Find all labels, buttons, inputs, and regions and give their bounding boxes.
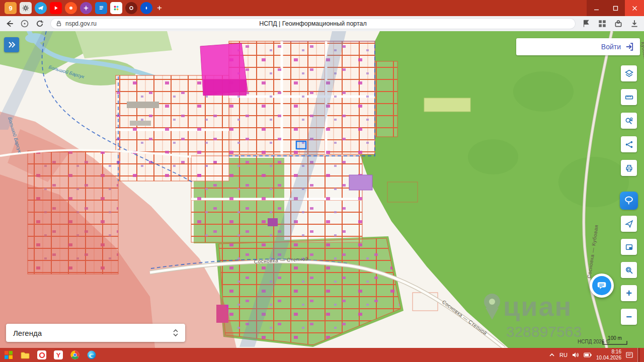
chat-bubble-icon (596, 280, 607, 291)
dot-icon (68, 6, 73, 11)
language-indicator[interactable]: RU (559, 352, 568, 358)
zoom-out-button[interactable]: − (621, 309, 637, 325)
picture-in-picture-icon (625, 243, 633, 251)
flower-icon (84, 6, 89, 11)
downloads-icon[interactable] (630, 19, 639, 28)
zoom-in-button[interactable]: + (621, 285, 637, 301)
start-button[interactable] (2, 349, 15, 361)
gray-building (130, 121, 151, 126)
buildings-overlay (191, 156, 362, 242)
purple-building (349, 175, 372, 190)
favicon-orange-tab[interactable] (65, 2, 77, 14)
tree-patch (468, 139, 518, 174)
lasso-draw-icon (624, 196, 634, 206)
draw-selection-button[interactable] (620, 192, 638, 210)
tab-counter-badge[interactable]: 9 (5, 2, 17, 14)
map-copyright: НСПД 2026 © (578, 339, 610, 344)
bookmark-flag-icon[interactable] (582, 19, 591, 28)
gray-building (127, 102, 159, 108)
legend-title: Легенда (13, 329, 42, 337)
window-controls (587, 0, 644, 16)
chrome-icon (70, 350, 79, 359)
ruler-icon (625, 93, 633, 102)
login-icon (625, 42, 634, 51)
minimize-icon (594, 6, 599, 11)
ring-icon (129, 6, 134, 11)
clock-time: 8:16 (596, 349, 621, 355)
back-button[interactable] (5, 19, 14, 28)
layers-button[interactable] (621, 65, 637, 81)
chat-button[interactable] (590, 274, 614, 298)
selected-parcel-highlight[interactable] (296, 141, 306, 149)
edge-button[interactable] (85, 349, 98, 361)
favicon-darkred-tab[interactable] (125, 2, 137, 14)
minimize-button[interactable] (587, 0, 606, 16)
close-icon (632, 6, 637, 11)
url-field[interactable]: nspd.gov.ru НСПД | Геоинформационный пор… (50, 18, 576, 29)
favicon-multicolor-tab[interactable] (110, 2, 122, 14)
maximize-icon (613, 6, 618, 11)
parcel-cluster[interactable] (375, 61, 397, 137)
overview-frame-button[interactable] (621, 239, 637, 255)
favicon-youtube-tab[interactable] (50, 2, 62, 14)
tiles-icon[interactable] (598, 19, 607, 28)
share-button[interactable] (621, 136, 637, 152)
favicon-telegram-tab[interactable] (35, 2, 47, 14)
yandex-browser-button[interactable]: Y (52, 349, 65, 361)
system-tray: RU 8:16 10.04.2026 (549, 348, 642, 362)
chrome-button[interactable] (68, 349, 82, 361)
measure-button[interactable] (621, 89, 637, 105)
address-bar-actions (582, 19, 639, 28)
object-search-icon (625, 117, 633, 125)
volume-icon[interactable] (572, 352, 579, 358)
taskbar-clock[interactable]: 8:16 10.04.2026 (596, 349, 621, 361)
yandex-letter-icon: Y (54, 350, 63, 359)
double-chevron-right-icon (8, 41, 16, 49)
locate-button[interactable] (621, 216, 637, 232)
extensions-icon[interactable] (614, 19, 623, 28)
browser-red-button[interactable] (35, 349, 48, 361)
windows-logo-icon (5, 351, 13, 359)
circled-arrow-icon[interactable] (20, 19, 29, 28)
map-viewport[interactable]: Сосновка — Степной Сосновка — Степной Бо… (0, 31, 644, 348)
legend-panel[interactable]: Легенда (6, 324, 185, 342)
favicon-gear-tab[interactable] (20, 2, 32, 14)
scale-label: 100 m (608, 335, 622, 341)
close-button[interactable] (625, 0, 644, 16)
action-center-icon[interactable] (626, 352, 633, 358)
taskbar: Y RU 8:16 10.04.2026 (0, 348, 644, 362)
sort-chevrons-icon (172, 328, 179, 337)
favicon-blue-tab[interactable] (140, 2, 152, 14)
battery-icon[interactable] (584, 352, 592, 357)
field-parcel (424, 98, 470, 112)
object-search-button[interactable] (621, 113, 637, 129)
red-ring-icon (37, 350, 46, 359)
paper-plane-icon (38, 5, 44, 11)
print-icon (625, 164, 633, 172)
refresh-button[interactable] (35, 19, 44, 28)
new-tab-button[interactable]: + (154, 3, 165, 14)
layers-icon (625, 69, 633, 78)
magenta-building (203, 79, 247, 96)
page-title: НСПД | Геоинформационный портал (50, 20, 576, 27)
expand-panel-button[interactable] (4, 37, 19, 52)
cadastral-map[interactable]: Сосновка — Степной Сосновка — Степной Бо… (0, 31, 644, 348)
search-area-button[interactable] (621, 262, 637, 278)
favicon-document-tab[interactable] (95, 2, 107, 14)
tray-expand-icon[interactable] (549, 352, 555, 357)
chat-button-circle (592, 276, 611, 295)
maximize-button[interactable] (606, 0, 625, 16)
login-bar[interactable]: Войти (516, 38, 640, 55)
print-button[interactable] (621, 160, 637, 176)
favicon-purple-tab[interactable] (80, 2, 92, 14)
site-url: nspd.gov.ru (65, 20, 97, 27)
show-desktop-button[interactable] (637, 348, 640, 362)
buildings-overlay (229, 41, 375, 154)
file-explorer-button[interactable] (19, 349, 32, 361)
search-area-icon (625, 266, 633, 275)
play-icon (53, 5, 59, 11)
tree-patch (513, 71, 574, 112)
purple-building (268, 218, 278, 226)
zoom-out-label: − (626, 312, 632, 322)
document-icon (99, 6, 104, 11)
